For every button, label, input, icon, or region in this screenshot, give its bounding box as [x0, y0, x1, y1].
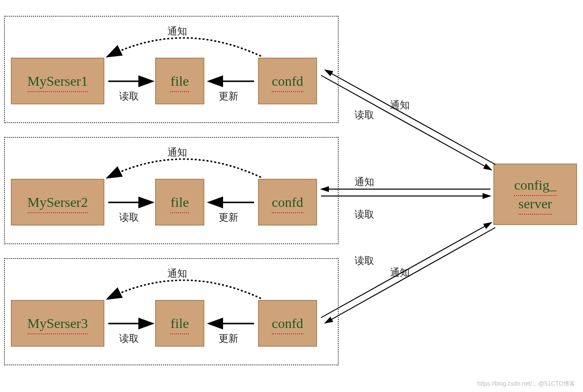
ext-top-notify: 通知: [390, 98, 410, 112]
file-3-label: file: [170, 316, 189, 331]
confd-3-box: confd: [258, 300, 317, 347]
confd-3-label: confd: [272, 316, 303, 331]
confd-1-label: confd: [272, 73, 303, 89]
update-1-label: 更新: [219, 90, 238, 103]
file-2-label: file: [170, 195, 189, 210]
update-2-label: 更新: [219, 211, 238, 224]
config-server-box: config_ server: [493, 163, 577, 225]
confd-2-label: confd: [272, 195, 303, 210]
read-3-label: 读取: [119, 332, 139, 345]
myserver-2-box: MySerser2: [11, 179, 104, 226]
notify-1-label: 通知: [167, 25, 187, 38]
confd-2-box: confd: [258, 179, 317, 226]
myserver-1-label: MySerser1: [28, 73, 88, 89]
file-1-box: file: [155, 58, 204, 104]
notify-2-label: 通知: [167, 146, 187, 159]
ext-bot-notify: 通知: [390, 266, 410, 279]
myserver-3-box: MySerser3: [11, 300, 104, 347]
config-server-label-1: config_: [514, 177, 556, 193]
update-3-label: 更新: [219, 332, 238, 345]
ext-top-read: 读取: [355, 108, 374, 122]
read-2-label: 读取: [119, 211, 139, 224]
ext-mid-notify: 通知: [355, 175, 374, 189]
myserver-2-label: MySerser2: [28, 195, 88, 210]
file-1-label: file: [170, 73, 189, 89]
config-server-label-2: server: [518, 196, 552, 212]
ext-mid-read: 读取: [355, 208, 374, 221]
file-3-box: file: [155, 300, 204, 347]
read-1-label: 读取: [119, 90, 139, 103]
svg-line-11: [325, 228, 495, 323]
svg-line-7: [325, 70, 495, 164]
myserver-3-label: MySerser3: [28, 316, 88, 331]
ext-bot-read: 读取: [355, 254, 374, 267]
svg-line-6: [321, 75, 491, 170]
notify-3-label: 通知: [167, 267, 187, 280]
file-2-box: file: [155, 179, 204, 226]
confd-1-box: confd: [258, 58, 317, 104]
myserver-1-box: MySerser1: [11, 58, 104, 104]
watermark: https://blog.csdn.net/... @51CTO博客: [477, 380, 575, 388]
